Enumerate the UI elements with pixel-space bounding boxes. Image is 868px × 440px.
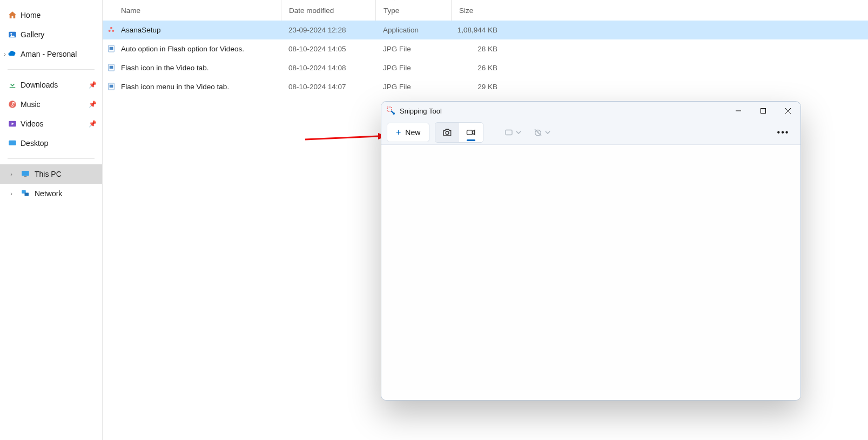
file-type-icon <box>107 63 117 73</box>
videos-icon <box>8 119 17 129</box>
file-size: 26 KB <box>451 64 505 72</box>
sidebar-item-label: Videos <box>21 119 44 128</box>
music-icon <box>8 99 17 109</box>
video-camera-icon <box>466 127 476 138</box>
chevron-right-icon: › <box>8 190 15 197</box>
file-date: 08-10-2024 14:07 <box>281 83 375 91</box>
sidebar-item-label: Network <box>35 189 62 198</box>
delay-dropdown[interactable] <box>530 123 554 142</box>
file-type: JPG File <box>375 83 451 91</box>
gallery-icon <box>8 30 17 39</box>
sidebar-item-label: Home <box>21 11 41 19</box>
network-icon <box>21 189 30 198</box>
sidebar: Home Gallery › Aman - Personal Downloads… <box>0 0 103 440</box>
svg-point-21 <box>393 112 395 115</box>
chevron-down-icon <box>516 130 521 135</box>
svg-rect-8 <box>25 193 29 196</box>
sidebar-item-gallery[interactable]: Gallery <box>0 25 102 44</box>
minimize-button[interactable] <box>726 102 751 120</box>
sidebar-item-personal[interactable]: › Aman - Personal <box>0 44 102 64</box>
file-type-icon <box>107 25 117 35</box>
file-row[interactable]: Flash icon in the Video tab.08-10-2024 1… <box>103 58 868 77</box>
file-type-icon <box>107 82 117 92</box>
divider <box>8 158 95 159</box>
new-snip-button[interactable]: + New <box>387 123 429 142</box>
file-name: Flash icon in the Video tab. <box>121 64 209 72</box>
sidebar-item-home[interactable]: Home <box>0 5 102 25</box>
svg-rect-4 <box>9 141 16 145</box>
file-name: Auto option in Flash option for Videos. <box>121 45 244 53</box>
onedrive-icon <box>8 49 17 59</box>
sidebar-item-label: Downloads <box>21 81 58 89</box>
sidebar-item-label: This PC <box>35 170 62 178</box>
file-row[interactable]: AsanaSetup23-09-2024 12:28Application1,0… <box>103 21 868 39</box>
mode-segmented-control <box>435 122 483 143</box>
window-titlebar[interactable]: Snipping Tool <box>381 102 800 120</box>
chevron-down-icon <box>545 130 550 135</box>
file-type: Application <box>375 26 451 34</box>
this-pc-icon <box>21 169 30 179</box>
desktop-icon <box>8 138 17 148</box>
file-date: 08-10-2024 14:08 <box>281 64 375 72</box>
svg-rect-13 <box>110 46 113 49</box>
more-options-button[interactable]: ••• <box>772 123 794 142</box>
column-header-date[interactable]: Date modified <box>281 0 375 21</box>
svg-rect-27 <box>467 130 473 134</box>
snipping-tool-window: Snipping Tool + New <box>381 101 801 401</box>
svg-rect-28 <box>506 130 512 135</box>
sidebar-item-label: Music <box>21 100 41 109</box>
pin-icon: 📌 <box>89 101 97 108</box>
file-date: 08-10-2024 14:05 <box>281 45 375 53</box>
chevron-right-icon: › <box>8 171 15 177</box>
pin-icon: 📌 <box>89 120 97 128</box>
home-icon <box>8 10 17 20</box>
svg-point-9 <box>110 26 112 29</box>
svg-rect-6 <box>24 176 27 177</box>
no-delay-icon <box>533 128 543 137</box>
file-size: 29 KB <box>451 83 505 91</box>
snip-shape-dropdown[interactable] <box>501 123 524 142</box>
sidebar-item-downloads[interactable]: Downloads 📌 <box>0 75 102 95</box>
sidebar-item-label: Aman - Personal <box>21 50 77 58</box>
snipping-tool-icon <box>387 106 395 115</box>
svg-rect-23 <box>761 109 766 114</box>
svg-rect-15 <box>110 65 113 68</box>
file-type: JPG File <box>375 64 451 72</box>
download-icon <box>8 80 17 90</box>
sidebar-item-this-pc[interactable]: › This PC <box>0 164 102 184</box>
file-size: 1,08,944 KB <box>451 26 505 34</box>
ellipsis-icon: ••• <box>777 128 790 137</box>
close-button[interactable] <box>776 102 800 120</box>
svg-rect-5 <box>22 171 29 176</box>
svg-point-1 <box>10 33 12 35</box>
snipping-canvas <box>381 145 800 400</box>
plus-icon: + <box>396 128 401 137</box>
window-title: Snipping Tool <box>400 107 442 115</box>
file-size: 28 KB <box>451 45 505 53</box>
sidebar-item-desktop[interactable]: Desktop <box>0 134 102 153</box>
sidebar-item-label: Desktop <box>21 139 48 148</box>
svg-rect-17 <box>110 84 113 87</box>
divider <box>8 69 95 70</box>
file-name: AsanaSetup <box>121 26 161 34</box>
sidebar-item-network[interactable]: › Network <box>0 184 102 203</box>
file-date: 23-09-2024 12:28 <box>281 26 375 34</box>
new-button-label: New <box>405 128 420 137</box>
sidebar-item-videos[interactable]: Videos 📌 <box>0 114 102 134</box>
column-header-name[interactable]: Name <box>103 6 281 15</box>
svg-point-10 <box>109 30 111 32</box>
sidebar-item-music[interactable]: Music 📌 <box>0 95 102 114</box>
column-header-row: ⌃ Name Date modified Type Size <box>103 0 868 21</box>
camera-icon <box>442 127 453 138</box>
file-row[interactable]: Auto option in Flash option for Videos.0… <box>103 39 868 58</box>
maximize-button[interactable] <box>751 102 776 120</box>
column-header-type[interactable]: Type <box>375 0 451 21</box>
file-row[interactable]: Flash icon menu in the Video tab.08-10-2… <box>103 77 868 96</box>
record-mode-button[interactable] <box>459 123 483 142</box>
snapshot-mode-button[interactable] <box>435 123 459 142</box>
file-name: Flash icon menu in the Video tab. <box>121 83 229 91</box>
rectangle-icon <box>504 128 514 137</box>
file-type: JPG File <box>375 45 451 53</box>
file-type-icon <box>107 44 117 54</box>
snipping-toolbar: + New ••• <box>381 120 800 145</box>
